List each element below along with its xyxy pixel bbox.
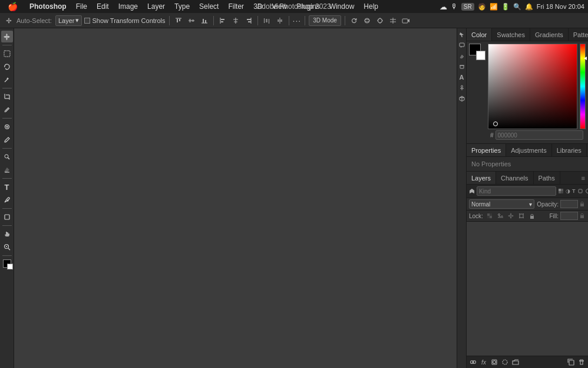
align-vert-center-icon[interactable] — [186, 15, 197, 26]
add-adjustment-icon[interactable] — [501, 358, 509, 366]
brush-tool[interactable] — [1, 134, 13, 146]
cloud-icon[interactable]: ☁ — [440, 2, 447, 11]
tab-adjustments[interactable]: Adjustments — [506, 144, 552, 156]
layers-search-input[interactable] — [477, 186, 556, 196]
smart-filter-icon[interactable] — [585, 187, 589, 195]
opacity-lock-icon[interactable] — [580, 201, 586, 208]
transform-checkbox[interactable] — [84, 18, 90, 24]
align-right-icon[interactable] — [243, 15, 254, 26]
color-gradient[interactable] — [488, 44, 577, 129]
tab-gradients[interactable]: Gradients — [530, 28, 569, 41]
selection-tool[interactable] — [1, 48, 13, 60]
tab-patterns[interactable]: Patterns — [569, 28, 588, 41]
magic-wand-tool[interactable] — [1, 74, 13, 86]
move-tool[interactable] — [1, 31, 13, 42]
pen-tool[interactable] — [1, 194, 13, 206]
pixel-filter-icon[interactable] — [558, 187, 564, 195]
more-options-btn[interactable]: ··· — [293, 16, 302, 25]
text-tool[interactable]: T — [1, 181, 13, 193]
new-layer-icon[interactable] — [567, 358, 575, 366]
type-menu[interactable]: Type — [170, 1, 194, 12]
layer-menu[interactable]: Layer — [143, 1, 169, 12]
tab-libraries[interactable]: Libraries — [552, 144, 587, 156]
orbit-icon[interactable] — [362, 15, 372, 26]
fx-icon[interactable]: fx — [480, 358, 488, 366]
app-name-menu[interactable]: Photoshop — [25, 1, 71, 12]
fill-lock-icon[interactable] — [580, 213, 586, 219]
filter-menu[interactable]: Filter — [224, 1, 248, 12]
distribute-center-icon[interactable] — [275, 15, 285, 26]
wifi-icon[interactable]: 📶 — [490, 3, 498, 11]
delete-layer-icon[interactable] — [577, 358, 586, 366]
align-top-icon[interactable] — [173, 15, 184, 26]
face-id-icon[interactable]: 🧑 — [478, 3, 486, 11]
lock-position-icon[interactable] — [507, 212, 515, 220]
lock-artboard-icon[interactable] — [517, 212, 526, 220]
background-color[interactable] — [7, 264, 13, 270]
camera-3d-icon[interactable] — [401, 15, 411, 26]
text-panel-icon[interactable]: A — [458, 73, 466, 81]
shape-filter-icon[interactable] — [577, 187, 583, 195]
properties-panel: Properties Adjustments Libraries ≡ No Pr… — [467, 144, 588, 172]
lasso-tool[interactable] — [1, 61, 13, 73]
layers-content[interactable] — [467, 222, 588, 356]
distribute-left-icon[interactable] — [262, 15, 272, 26]
brush-edit-icon[interactable] — [458, 52, 466, 60]
layers-panel-menu-btn[interactable]: ≡ — [579, 173, 588, 183]
auto-select-dropdown[interactable]: Layer ▾ — [55, 15, 82, 26]
hand-tool[interactable] — [1, 228, 13, 240]
cursor-icon[interactable] — [458, 31, 466, 39]
crop-tool[interactable] — [1, 91, 13, 103]
hex-input[interactable] — [495, 130, 583, 140]
shape-tool[interactable] — [1, 211, 13, 223]
tab-channels[interactable]: Channels — [496, 172, 533, 184]
image-menu[interactable]: Image — [114, 1, 142, 12]
mic-icon[interactable]: 🎙 — [451, 2, 458, 11]
heal-tool[interactable] — [1, 121, 13, 133]
fill-input[interactable] — [560, 212, 578, 220]
cube-icon[interactable] — [458, 94, 466, 103]
tab-color[interactable]: Color — [467, 28, 492, 41]
adj-filter-icon[interactable]: ◑ — [566, 187, 570, 195]
rotate-icon[interactable] — [349, 15, 359, 26]
text-filter-icon[interactable]: T — [572, 187, 576, 195]
layers-bottom-bar: fx — [467, 356, 588, 368]
erase-icon[interactable] — [458, 63, 466, 71]
opacity-input[interactable] — [560, 200, 578, 208]
eraser-tool[interactable] — [1, 164, 13, 176]
clone-tool[interactable] — [1, 151, 13, 163]
file-menu[interactable]: File — [72, 1, 91, 12]
add-mask-icon[interactable] — [490, 358, 498, 366]
show-transform-controls[interactable]: Show Transform Controls — [84, 17, 165, 24]
blend-mode-dropdown[interactable]: Normal ▾ — [469, 199, 534, 209]
notification-icon[interactable]: 🔔 — [525, 3, 533, 11]
pan-icon[interactable] — [375, 15, 385, 26]
align-left-icon[interactable] — [217, 15, 228, 26]
tab-swatches[interactable]: Swatches — [492, 28, 530, 41]
link-layers-icon[interactable] — [469, 358, 477, 366]
hue-slider[interactable] — [580, 44, 586, 129]
eyedropper-tool[interactable] — [1, 104, 13, 116]
battery-icon[interactable]: 🔋 — [501, 3, 510, 11]
new-group-icon[interactable] — [511, 358, 520, 366]
align-bottom-icon[interactable] — [199, 15, 210, 26]
tab-properties[interactable]: Properties — [467, 144, 506, 156]
search-icon[interactable]: 🔍 — [513, 3, 521, 11]
align-horiz-center-icon[interactable] — [230, 15, 241, 26]
apple-menu[interactable]: 🍎 — [4, 1, 22, 12]
tab-paths[interactable]: Paths — [534, 172, 560, 184]
select-menu[interactable]: Select — [195, 1, 223, 12]
lock-transparent-icon[interactable] — [485, 212, 494, 220]
edit-menu[interactable]: Edit — [93, 1, 113, 12]
3d-mode-btn[interactable]: 3D Mode — [309, 15, 341, 26]
chat-icon[interactable] — [458, 41, 466, 50]
zoom-tool[interactable] — [1, 241, 13, 253]
tab-layers[interactable]: Layers — [467, 172, 496, 184]
foreground-color[interactable] — [3, 259, 11, 268]
background-swatch[interactable] — [476, 51, 485, 60]
help-menu[interactable]: Help — [359, 1, 382, 12]
zoom-3d-icon[interactable] — [388, 15, 398, 26]
anchor-icon[interactable] — [458, 84, 466, 92]
lock-image-icon[interactable] — [496, 212, 504, 220]
lock-all-icon[interactable] — [528, 212, 536, 220]
